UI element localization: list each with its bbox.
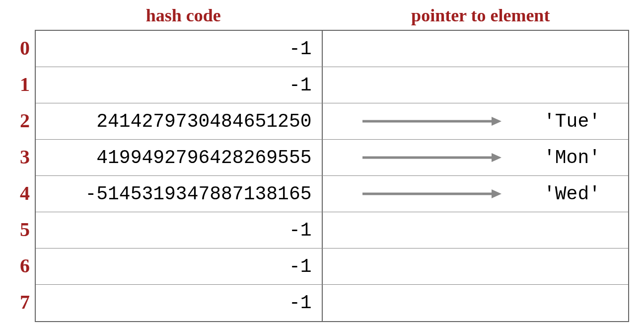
hash-cell-7: -1 — [36, 285, 323, 321]
arrow-icon — [338, 150, 544, 165]
table-row: -5145319347887138165 'Wed' — [36, 176, 628, 212]
table-row: 2414279730484651250 'Tue' — [36, 103, 628, 140]
table-row: 4199492796428269555 'Mon' — [36, 140, 628, 176]
pointer-cell-1 — [323, 67, 629, 103]
table-row: -1 — [36, 285, 628, 321]
element-value-4: 'Wed' — [544, 183, 613, 205]
pointer-cell-6 — [323, 249, 629, 284]
index-0: 0 — [15, 30, 35, 66]
index-7: 7 — [15, 284, 35, 320]
index-column: 0 1 2 3 4 5 6 7 — [15, 30, 35, 322]
header-row: hash code pointer to element — [15, 5, 629, 26]
element-value-3: 'Mon' — [544, 147, 613, 168]
header-hash-code: hash code — [35, 5, 332, 26]
hash-cell-4: -5145319347887138165 — [36, 176, 323, 212]
table-row: -1 — [36, 67, 628, 103]
index-3: 3 — [15, 139, 35, 175]
pointer-cell-2: 'Tue' — [323, 103, 629, 139]
pointer-cell-0 — [323, 31, 629, 67]
hash-cell-1: -1 — [36, 67, 323, 103]
table-row: -1 — [36, 212, 628, 249]
hash-cell-6: -1 — [36, 249, 323, 284]
hash-cell-2: 2414279730484651250 — [36, 103, 323, 139]
hash-cell-5: -1 — [36, 212, 323, 248]
hash-cell-0: -1 — [36, 31, 323, 67]
hash-cell-3: 4199492796428269555 — [36, 140, 323, 175]
svg-marker-5 — [492, 189, 501, 198]
arrow-container: 'Tue' — [338, 111, 614, 132]
index-4: 4 — [15, 175, 35, 211]
table-row: -1 — [36, 31, 628, 67]
arrow-container: 'Mon' — [338, 147, 614, 168]
table-row: -1 — [36, 249, 628, 285]
pointer-cell-4: 'Wed' — [323, 176, 629, 212]
index-spacer — [15, 5, 35, 26]
hash-table: -1 -1 2414279730484651250 — [35, 30, 629, 322]
svg-marker-1 — [492, 117, 501, 126]
index-1: 1 — [15, 66, 35, 102]
pointer-cell-5 — [323, 212, 629, 248]
index-6: 6 — [15, 248, 35, 284]
table-wrapper: 0 1 2 3 4 5 6 7 -1 -1 241427973048465125… — [15, 30, 629, 322]
arrow-container: 'Wed' — [338, 183, 614, 205]
index-2: 2 — [15, 102, 35, 139]
element-value-2: 'Tue' — [544, 111, 613, 132]
hash-table-diagram: hash code pointer to element 0 1 2 3 4 5… — [0, 0, 644, 327]
svg-marker-3 — [492, 153, 501, 162]
index-5: 5 — [15, 211, 35, 248]
pointer-cell-7 — [323, 285, 629, 321]
arrow-icon — [338, 186, 544, 201]
header-pointer: pointer to element — [332, 5, 630, 26]
pointer-cell-3: 'Mon' — [323, 140, 629, 175]
arrow-icon — [338, 114, 544, 129]
